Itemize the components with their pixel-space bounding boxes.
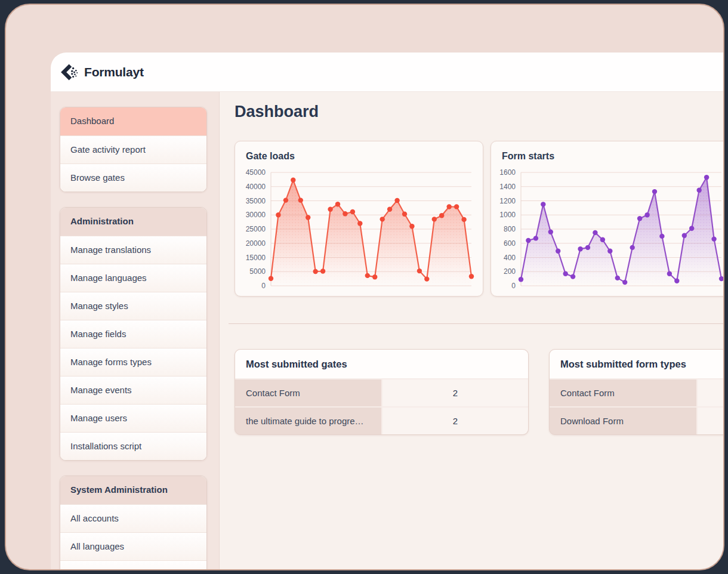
chart-title: Form starts — [502, 151, 724, 162]
form-starts-card: Form starts02004006008001000120014001600 — [491, 141, 724, 297]
main-content: Dashboard Gate loads05000150002000025000… — [220, 92, 724, 570]
sidebar-item-manage-languages[interactable]: Manage languages — [60, 264, 206, 292]
table-cell-label: the ultimate guide to progre… — [235, 408, 381, 434]
sidebar-group-system-administration: System AdministrationAll accountsAll lan… — [60, 476, 207, 570]
charts-row: Gate loads050001500020000250003000035000… — [235, 141, 724, 297]
svg-text:1400: 1400 — [499, 183, 516, 191]
sidebar-item-manage-users[interactable]: Manage users — [60, 404, 206, 432]
svg-text:200: 200 — [504, 267, 516, 276]
svg-text:1200: 1200 — [499, 197, 516, 205]
sidebar-group-administration: AdministrationManage translationsManage … — [60, 207, 207, 461]
sidebar-item-browse-gates[interactable]: Browse gates — [60, 163, 206, 192]
sidebar-item-manage-translations[interactable]: Manage translations — [60, 236, 206, 264]
page-title: Dashboard — [235, 103, 319, 121]
table-cell-label: Contact Form — [550, 379, 696, 406]
svg-text:600: 600 — [504, 239, 516, 248]
sidebar-group-main: DashboardGate activity reportBrowse gate… — [60, 107, 207, 192]
brand-name: Formulayt — [84, 65, 144, 79]
app-header: Formulayt — [51, 53, 724, 92]
svg-text:45000: 45000 — [246, 168, 266, 177]
table-cell-value — [696, 379, 724, 406]
table-cell-value: 2 — [381, 408, 528, 434]
svg-text:5000: 5000 — [249, 267, 266, 276]
app-window: Formulayt DashboardGate activity reportB… — [51, 53, 724, 570]
gate-loads-chart: 0500015000200002500030000350004000045000 — [235, 165, 483, 292]
svg-text:0: 0 — [261, 282, 266, 290]
table-title: Most submitted form types — [550, 350, 724, 378]
brand-logo[interactable]: Formulayt — [61, 63, 144, 81]
svg-text:20000: 20000 — [246, 239, 266, 248]
sidebar-item-manage-styles[interactable]: Manage styles — [60, 292, 206, 320]
sidebar-item-all-accounts[interactable]: All accounts — [60, 504, 206, 532]
table-cell-value: 2 — [381, 379, 528, 406]
outer-frame: Formulayt DashboardGate activity reportB… — [5, 4, 724, 570]
sidebar-item-manage-fields[interactable]: Manage fields — [60, 320, 206, 348]
screenshot-root: Formulayt DashboardGate activity reportB… — [0, 0, 728, 574]
sidebar-item-manage-forms-types[interactable]: Manage forms types — [60, 348, 206, 376]
sidebar-item-all-users[interactable]: All users — [60, 560, 206, 570]
svg-text:25000: 25000 — [246, 225, 266, 233]
svg-text:1600: 1600 — [499, 168, 516, 177]
svg-text:0: 0 — [511, 282, 516, 290]
sidebar: DashboardGate activity reportBrowse gate… — [51, 92, 220, 570]
sidebar-item-gate-activity-report[interactable]: Gate activity report — [60, 135, 206, 163]
sidebar-item-manage-events[interactable]: Manage events — [60, 376, 206, 404]
svg-text:15000: 15000 — [246, 254, 266, 262]
most-submitted-gates-card: Most submitted gatesContact Form2the ult… — [235, 349, 529, 435]
chart-title: Gate loads — [246, 151, 483, 162]
sidebar-group-header: Administration — [60, 208, 206, 236]
table-row: Download Form — [550, 406, 724, 434]
tables-row: Most submitted gatesContact Form2the ult… — [235, 349, 724, 435]
chevron-dots-logo-icon — [61, 63, 79, 81]
sidebar-item-installations-script[interactable]: Installations script — [60, 432, 206, 460]
table-row: Contact Form2 — [235, 378, 528, 406]
table-row: the ultimate guide to progre…2 — [235, 406, 528, 434]
sidebar-item-all-languages[interactable]: All languages — [60, 532, 206, 560]
table-cell-value — [696, 408, 724, 434]
svg-text:1000: 1000 — [499, 211, 516, 219]
table-title: Most submitted gates — [235, 350, 528, 378]
form-starts-chart: 02004006008001000120014001600 — [491, 165, 724, 292]
svg-text:40000: 40000 — [246, 183, 266, 191]
sidebar-item-dashboard[interactable]: Dashboard — [60, 107, 206, 135]
table-row: Contact Form — [550, 378, 724, 406]
svg-text:30000: 30000 — [246, 211, 266, 219]
gate-loads-card: Gate loads050001500020000250003000035000… — [235, 141, 483, 297]
most-submitted-form-types-card: Most submitted form typesContact FormDow… — [549, 349, 724, 435]
table-cell-label: Contact Form — [235, 379, 381, 406]
section-divider — [229, 323, 724, 324]
sidebar-group-header: System Administration — [60, 476, 206, 504]
svg-text:35000: 35000 — [246, 197, 266, 205]
svg-text:800: 800 — [504, 225, 516, 233]
table-cell-label: Download Form — [550, 408, 696, 434]
svg-text:400: 400 — [504, 254, 516, 262]
